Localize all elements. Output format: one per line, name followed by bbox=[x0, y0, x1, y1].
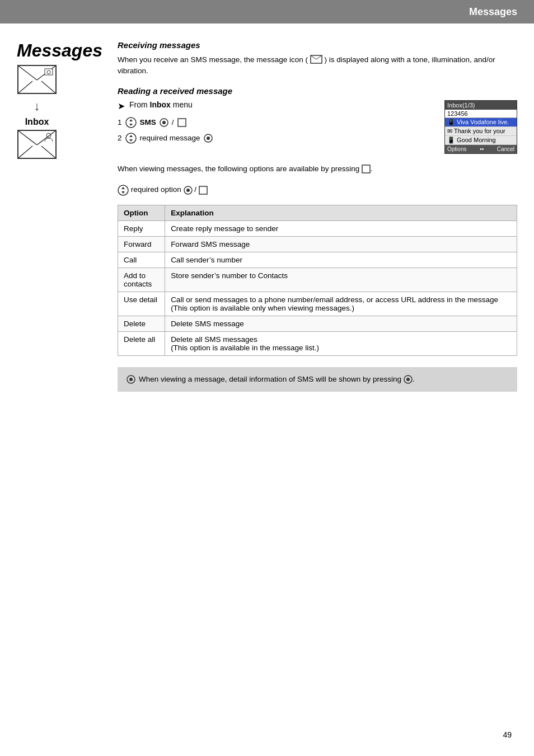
reading-title: Reading a received message bbox=[118, 86, 517, 96]
explanation-cell: Create reply message to sender bbox=[165, 220, 517, 236]
phone-screen-header: Inbox(1/3) bbox=[445, 101, 517, 110]
options-sub-text: required option / bbox=[118, 184, 517, 196]
item-icon-3: 📱 bbox=[447, 137, 455, 144]
step-num-1: 1 bbox=[118, 118, 122, 126]
svg-point-16 bbox=[126, 118, 136, 128]
scroll-icon-1 bbox=[125, 117, 137, 128]
phone-screen-item-3: 📱 Good Morning bbox=[445, 136, 517, 145]
table-row: CallCall sender’s number bbox=[118, 252, 517, 267]
options-table: Option Explanation ReplyCreate reply mes… bbox=[118, 205, 517, 356]
square-btn-options2 bbox=[199, 186, 208, 195]
circle-btn-options bbox=[184, 186, 193, 195]
circle-btn-note-inline bbox=[404, 375, 413, 384]
svg-rect-21 bbox=[178, 119, 186, 126]
explanation-cell: Call or send messages to a phone number/… bbox=[165, 292, 517, 316]
svg-rect-33 bbox=[199, 186, 207, 194]
option-cell: Delete all bbox=[118, 331, 165, 355]
down-arrow-icon: ↓ bbox=[34, 99, 40, 114]
step-2: 2 required message bbox=[118, 133, 439, 144]
option-cell: Delete bbox=[118, 316, 165, 331]
envelope-bottom-icon bbox=[17, 129, 57, 162]
table-row: Use detailCall or send messages to a pho… bbox=[118, 292, 517, 316]
footer-dots: •• bbox=[480, 146, 484, 152]
svg-point-35 bbox=[129, 378, 133, 381]
scroll-icon-options bbox=[118, 185, 129, 196]
header-bar: Messages bbox=[0, 0, 534, 24]
main-content: Messages ↓ Inbox bbox=[0, 24, 534, 408]
from-inbox-line: ➤ From Inbox menu bbox=[118, 100, 439, 111]
option-cell: Reply bbox=[118, 220, 165, 236]
circle-btn-2 bbox=[204, 134, 213, 143]
circle-btn-1 bbox=[160, 118, 168, 127]
option-cell: Forward bbox=[118, 236, 165, 252]
arrow-right-icon: ➤ bbox=[118, 101, 125, 111]
footer-options: Options bbox=[447, 146, 466, 152]
footer-cancel: Cancel bbox=[497, 146, 514, 152]
item-icon-2: ✉ bbox=[447, 128, 452, 135]
reading-left: ➤ From Inbox menu 1 SMS bbox=[118, 100, 439, 148]
page-number: 49 bbox=[503, 730, 512, 739]
square-btn-options bbox=[362, 165, 371, 173]
svg-marker-23 bbox=[129, 135, 133, 137]
message-icon bbox=[310, 55, 322, 65]
scroll-icon-2 bbox=[125, 133, 137, 144]
table-row: Add to contactsStore sender’s number to … bbox=[118, 267, 517, 292]
explanation-cell: Store sender’s number to Contacts bbox=[165, 267, 517, 292]
step2-text: required message bbox=[140, 134, 200, 142]
step-list: 1 SMS / bbox=[118, 117, 439, 144]
reading-section: ➤ From Inbox menu 1 SMS bbox=[118, 100, 517, 154]
note-box: When viewing a message, detail informati… bbox=[118, 367, 517, 392]
table-row: DeleteDelete SMS message bbox=[118, 316, 517, 331]
step1-text: SMS bbox=[140, 118, 156, 126]
explanation-cell: Delete all SMS messages (This option is … bbox=[165, 331, 517, 355]
svg-rect-27 bbox=[362, 165, 370, 173]
item-icon-1: 📱 bbox=[447, 119, 455, 126]
phone-screen-item-2: ✉ Thank you for your bbox=[445, 127, 517, 136]
envelope-top-icon bbox=[17, 64, 57, 97]
page-title-large: Messages bbox=[17, 40, 102, 61]
options-intro-text: When viewing messages, the following opt… bbox=[118, 163, 517, 175]
square-btn-1 bbox=[177, 118, 186, 127]
phone-screen: Inbox(1/3) 123456 📱 Viva Vodafone live. … bbox=[444, 100, 517, 154]
svg-marker-30 bbox=[121, 191, 125, 194]
svg-point-22 bbox=[126, 133, 136, 143]
explanation-cell: Call sender’s number bbox=[165, 252, 517, 267]
receiving-title: Receiving messages bbox=[118, 40, 517, 50]
svg-marker-24 bbox=[129, 139, 133, 142]
table-row: ForwardForward SMS message bbox=[118, 236, 517, 252]
phone-screen-footer: Options •• Cancel bbox=[445, 145, 517, 153]
right-content: Receiving messages When you receive an S… bbox=[118, 40, 517, 392]
svg-marker-29 bbox=[121, 187, 125, 189]
note-text: When viewing a message, detail informati… bbox=[139, 374, 415, 385]
table-row: Delete allDelete all SMS messages (This … bbox=[118, 331, 517, 355]
option-cell: Call bbox=[118, 252, 165, 267]
explanation-cell: Forward SMS message bbox=[165, 236, 517, 252]
table-row: ReplyCreate reply message to sender bbox=[118, 220, 517, 236]
phone-screen-number: 123456 bbox=[445, 110, 517, 118]
step-num-2: 2 bbox=[118, 134, 122, 142]
svg-point-37 bbox=[406, 378, 410, 381]
receiving-text: When you receive an SMS message, the mes… bbox=[118, 54, 517, 77]
circle-btn-note bbox=[127, 375, 135, 384]
required-option-text: required option bbox=[131, 185, 181, 194]
col-explanation-header: Explanation bbox=[165, 205, 517, 220]
explanation-cell: Delete SMS message bbox=[165, 316, 517, 331]
svg-point-32 bbox=[186, 189, 190, 192]
svg-point-20 bbox=[162, 121, 166, 124]
svg-marker-17 bbox=[129, 119, 133, 121]
svg-point-28 bbox=[118, 185, 128, 195]
option-cell: Use detail bbox=[118, 292, 165, 316]
col-option-header: Option bbox=[118, 205, 165, 220]
sms-icon-inline bbox=[310, 55, 325, 64]
phone-screen-item-1: 📱 Viva Vodafone live. bbox=[445, 118, 517, 127]
svg-point-26 bbox=[207, 137, 210, 140]
from-inbox-text: From Inbox menu bbox=[129, 100, 193, 109]
header-title: Messages bbox=[469, 6, 517, 18]
svg-marker-18 bbox=[129, 124, 133, 126]
left-sidebar: Messages ↓ Inbox bbox=[17, 40, 106, 392]
slash-1: / bbox=[172, 118, 174, 126]
table-header-row: Option Explanation bbox=[118, 205, 517, 220]
option-cell: Add to contacts bbox=[118, 267, 165, 292]
step-1: 1 SMS / bbox=[118, 117, 439, 128]
inbox-icons: ↓ Inbox bbox=[17, 64, 57, 162]
